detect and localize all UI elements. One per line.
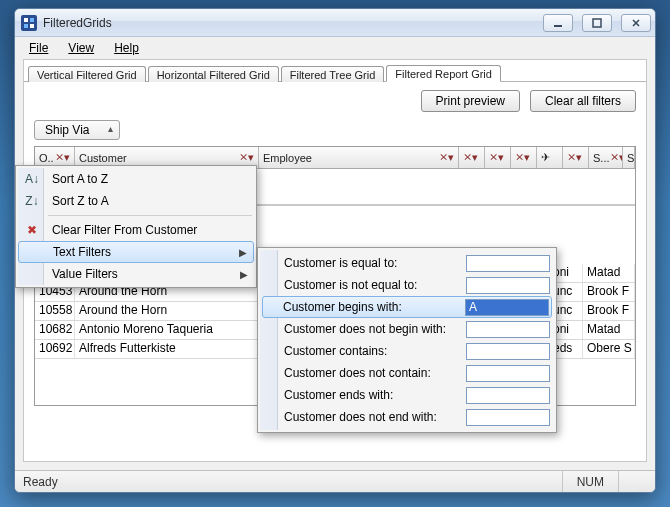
menu-sort-az[interactable]: A↓ Sort A to Z	[18, 168, 254, 190]
clear-all-filters-button[interactable]: Clear all filters	[530, 90, 636, 112]
filter-not-equal[interactable]: Customer is not equal to:	[264, 274, 550, 296]
filter-equal-input[interactable]	[466, 255, 550, 272]
svg-rect-1	[30, 18, 34, 22]
menubar: File View Help	[15, 37, 655, 59]
tab-horizontal[interactable]: Horizontal Filtered Grid	[148, 66, 279, 82]
toolbar: Print preview Clear all filters	[24, 82, 646, 118]
col-employee[interactable]: Employee⨯▾	[259, 147, 459, 168]
filter-contains[interactable]: Customer contains:	[264, 340, 550, 362]
tabstrip: Vertical Filtered Grid Horizontal Filter…	[24, 60, 646, 82]
sort-desc-icon: Z↓	[24, 193, 40, 209]
column-context-menu: A↓ Sort A to Z Z↓ Sort Z to A ✖ Clear Fi…	[15, 165, 257, 288]
status-num: NUM	[562, 471, 618, 492]
statusbar: Ready NUM	[15, 470, 655, 492]
status-ready: Ready	[23, 475, 58, 489]
col-ship1[interactable]: S...⨯▾	[589, 147, 623, 168]
minimize-button[interactable]	[543, 14, 573, 32]
maximize-button[interactable]	[582, 14, 612, 32]
menu-file[interactable]: File	[21, 39, 56, 57]
submenu-arrow-icon: ▶	[240, 269, 248, 280]
submenu-arrow-icon: ▶	[239, 247, 247, 258]
filter-ends-with-input[interactable]	[466, 387, 550, 404]
filter-begins-with-input[interactable]	[465, 299, 549, 316]
filter-icon[interactable]: ⨯▾	[55, 151, 70, 164]
filter-ends-with[interactable]: Customer ends with:	[264, 384, 550, 406]
menu-help[interactable]: Help	[106, 39, 147, 57]
filter-not-begins-with[interactable]: Customer does not begin with:	[264, 318, 550, 340]
print-preview-button[interactable]: Print preview	[421, 90, 520, 112]
close-button[interactable]	[621, 14, 651, 32]
menu-value-filters[interactable]: Value Filters ▶	[18, 263, 254, 285]
tab-tree[interactable]: Filtered Tree Grid	[281, 66, 385, 82]
filter-begins-with[interactable]: Customer begins with:	[262, 296, 552, 318]
clear-filter-icon: ✖	[24, 222, 40, 238]
filter-not-begins-with-input[interactable]	[466, 321, 550, 338]
col-narrow[interactable]: ⨯▾	[563, 147, 589, 168]
menu-sort-za[interactable]: Z↓ Sort Z to A	[18, 190, 254, 212]
filter-not-ends-with-input[interactable]	[466, 409, 550, 426]
svg-rect-3	[30, 24, 34, 28]
app-icon	[21, 15, 37, 31]
col-narrow[interactable]: ⨯▾	[511, 147, 537, 168]
col-narrow[interactable]: ⨯▾	[485, 147, 511, 168]
col-narrow[interactable]: ⨯▾	[459, 147, 485, 168]
app-window: FilteredGrids File View Help Vertical Fi…	[14, 8, 656, 493]
col-narrow[interactable]: ✈	[537, 147, 563, 168]
filter-icon[interactable]: ⨯▾	[239, 151, 254, 164]
filter-contains-input[interactable]	[466, 343, 550, 360]
filter-icon[interactable]: ⨯▾	[439, 151, 454, 164]
tab-report[interactable]: Filtered Report Grid	[386, 65, 501, 82]
menu-clear-filter[interactable]: ✖ Clear Filter From Customer	[18, 219, 254, 241]
filter-not-contains-input[interactable]	[466, 365, 550, 382]
window-title: FilteredGrids	[43, 16, 112, 30]
titlebar[interactable]: FilteredGrids	[15, 9, 655, 37]
groupby-label: Ship Via	[45, 123, 89, 137]
tab-vertical[interactable]: Vertical Filtered Grid	[28, 66, 146, 82]
svg-rect-5	[593, 19, 601, 27]
filter-equal[interactable]: Customer is equal to:	[264, 252, 550, 274]
svg-rect-4	[554, 25, 562, 27]
menu-view[interactable]: View	[60, 39, 102, 57]
svg-rect-0	[24, 18, 28, 22]
groupby-shipvia[interactable]: Ship Via	[34, 120, 120, 140]
col-ship2[interactable]: S...⨯▾	[623, 147, 635, 168]
menu-text-filters[interactable]: Text Filters ▶	[18, 241, 254, 263]
svg-rect-2	[24, 24, 28, 28]
sort-asc-icon: A↓	[24, 171, 40, 187]
filter-not-contains[interactable]: Customer does not contain:	[264, 362, 550, 384]
text-filters-submenu: Customer is equal to: Customer is not eq…	[257, 247, 557, 433]
status-grip	[618, 471, 647, 492]
filter-not-equal-input[interactable]	[466, 277, 550, 294]
filter-not-ends-with[interactable]: Customer does not end with:	[264, 406, 550, 428]
